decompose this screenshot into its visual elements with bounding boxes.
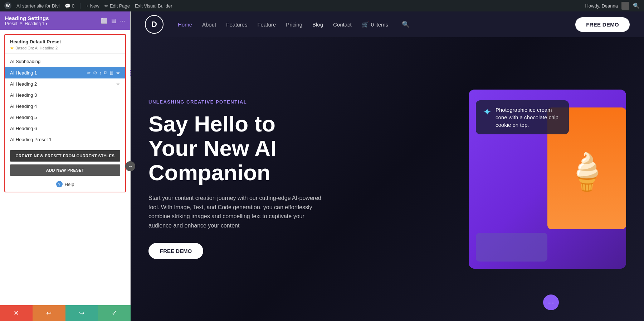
cart-icon: 🛒: [362, 21, 369, 28]
preset-item-ai-heading-6[interactable]: AI Heading 6: [5, 123, 125, 134]
tooltip-header: ✦ Photographic ice cream cone with a cho…: [483, 106, 562, 129]
admin-bar-left: W AI starter site for Divi 💬 0 | + New ✏…: [4, 2, 580, 9]
preset-item-name: AI Subheading: [10, 59, 120, 64]
help-link[interactable]: ? Help: [5, 181, 125, 187]
redo-icon: ↪: [79, 309, 84, 317]
comment-bubble-icon: 💬: [65, 3, 70, 9]
dots-icon: ···: [548, 298, 554, 307]
nav-pricing[interactable]: Pricing: [286, 21, 302, 28]
admin-bar-right: Howdy, Deanna 🔍: [585, 2, 640, 10]
search-icon[interactable]: 🔍: [402, 20, 410, 28]
exit-builder-button[interactable]: Exit Visual Builder: [135, 3, 172, 9]
site-header: D Home About Features Feature Pricing Bl…: [131, 11, 644, 37]
cancel-icon: ✕: [14, 309, 19, 317]
cart-count: 0 items: [371, 21, 388, 28]
preset-list: AI Subheading AI Heading 1 ✏ ⚙ ↑ ⧉ 🗑 ★ ⋮: [5, 54, 125, 147]
resize-handle[interactable]: ↔: [125, 161, 135, 171]
site-nav: Home About Features Feature Pricing Blog…: [178, 20, 568, 28]
undo-button[interactable]: ↩: [33, 305, 65, 321]
hero-tag: UNLEASHING CREATIVE POTENTIAL: [148, 99, 440, 105]
create-preset-button[interactable]: CREATE NEW PRESET FROM CURRENT STYLES: [10, 150, 120, 162]
preset-item-name: AI Heading Preset 1: [10, 137, 120, 142]
nav-contact[interactable]: Contact: [333, 21, 352, 28]
plus-icon: +: [86, 3, 89, 9]
save-button[interactable]: ✓: [98, 305, 131, 321]
cart-widget[interactable]: 🛒 0 items: [362, 21, 388, 28]
columns-icon[interactable]: ▤: [111, 18, 116, 24]
preset-panel-box: Heading Default Preset ★ Based On: AI He…: [4, 34, 126, 192]
panel-header-icons: ⬜ ▤ ⋯: [101, 18, 125, 24]
main-layout: Heading Settings Preset: AI Heading 1 ▾ …: [0, 11, 644, 321]
export-preset-icon[interactable]: ↑: [99, 70, 102, 76]
preset-item-name: AI Heading 5: [10, 115, 120, 120]
hero-title: Say Hello to Your New AI Companion: [148, 112, 440, 185]
save-icon: ✓: [112, 309, 117, 317]
redo-button[interactable]: ↪: [65, 305, 98, 321]
nav-features[interactable]: Features: [226, 21, 247, 28]
wordpress-icon[interactable]: W: [4, 2, 11, 9]
panel-header-left: Heading Settings Preset: AI Heading 1 ▾: [5, 15, 49, 26]
panel-header: Heading Settings Preset: AI Heading 1 ▾ …: [0, 11, 130, 30]
admin-bar: W AI starter site for Divi 💬 0 | + New ✏…: [0, 0, 644, 11]
preset-item-ai-heading-4[interactable]: AI Heading 4: [5, 101, 125, 112]
default-preset: Heading Default Preset ★ Based On: AI He…: [5, 35, 125, 54]
copy-preset-icon[interactable]: ⧉: [104, 70, 107, 76]
panel-title: Heading Settings: [5, 15, 49, 21]
new-button[interactable]: + New: [86, 3, 99, 9]
nav-about[interactable]: About: [202, 21, 216, 28]
hero-section: UNLEASHING CREATIVE POTENTIAL Say Hello …: [131, 37, 644, 321]
preset-item-name: AI Heading 2: [10, 81, 116, 87]
based-on-label: ★ Based On: AI Heading 2: [10, 45, 120, 51]
bottom-card: [476, 233, 547, 262]
hero-description: Start your content creation journey with…: [148, 193, 327, 230]
right-content: D Home About Features Feature Pricing Bl…: [131, 11, 644, 321]
preset-item-name: AI Heading 1: [10, 70, 87, 76]
preset-item-name: AI Heading 6: [10, 126, 120, 131]
ai-card: ✦ Photographic ice cream cone with a cho…: [469, 90, 626, 269]
preset-item-ai-heading-5[interactable]: AI Heading 5: [5, 112, 125, 123]
settings-preset-icon[interactable]: ⚙: [93, 70, 97, 76]
default-preset-title: Heading Default Preset: [10, 39, 120, 44]
expand-icon[interactable]: ⬜: [101, 18, 108, 24]
nav-feature[interactable]: Feature: [257, 21, 276, 28]
preset-item-actions: ✏ ⚙ ↑ ⧉ 🗑 ★: [87, 70, 121, 76]
preset-item-name: AI Heading 4: [10, 104, 120, 109]
star-preset-inactive-icon[interactable]: ★: [116, 81, 120, 87]
more-options-icon[interactable]: ⋯: [120, 18, 125, 24]
floating-action-button[interactable]: ···: [543, 294, 559, 310]
site-logo[interactable]: D: [145, 15, 164, 34]
user-avatar: [621, 2, 629, 10]
hero-cta-button[interactable]: FREE DEMO: [148, 243, 203, 259]
nav-blog[interactable]: Blog: [312, 21, 323, 28]
left-panel: Heading Settings Preset: AI Heading 1 ▾ …: [0, 11, 131, 321]
undo-icon: ↩: [46, 309, 52, 317]
search-admin-icon[interactable]: 🔍: [633, 3, 640, 9]
cancel-button[interactable]: ✕: [0, 305, 33, 321]
user-greeting: Howdy, Deanna: [585, 3, 618, 9]
site-name: AI starter site for Divi: [16, 3, 60, 9]
ice-cream-visual: 🍦: [555, 122, 619, 222]
free-demo-header-button[interactable]: FREE DEMO: [575, 17, 630, 32]
preset-item-name: AI Heading 3: [10, 92, 120, 98]
tooltip-text: Photographic ice cream cone with a choco…: [496, 106, 562, 129]
edit-preset-icon[interactable]: ✏: [87, 70, 91, 76]
add-preset-button[interactable]: ADD NEW PRESET: [10, 164, 120, 176]
chevron-down-icon: ▾: [45, 21, 48, 26]
sparkle-icon: ✦: [483, 106, 491, 118]
help-circle-icon: ?: [56, 181, 63, 187]
preset-item-ai-heading-1[interactable]: AI Heading 1 ✏ ⚙ ↑ ⧉ 🗑 ★ ⋮: [5, 67, 125, 78]
preset-item-ai-heading-preset-1[interactable]: AI Heading Preset 1: [5, 134, 125, 145]
preset-item-ai-heading-3[interactable]: AI Heading 3: [5, 90, 125, 101]
nav-home[interactable]: Home: [178, 21, 192, 28]
delete-preset-icon[interactable]: 🗑: [109, 70, 114, 76]
hero-left: UNLEASHING CREATIVE POTENTIAL Say Hello …: [131, 37, 458, 321]
edit-page-button[interactable]: ✏ Edit Page: [104, 3, 130, 9]
pencil-icon: ✏: [104, 3, 108, 9]
hero-right: ✦ Photographic ice cream cone with a cho…: [458, 37, 644, 321]
star-preset-icon[interactable]: ★: [116, 70, 120, 76]
preset-item-ai-heading-2[interactable]: AI Heading 2 ★: [5, 78, 125, 90]
comment-count: 💬 0: [65, 3, 74, 9]
preset-label[interactable]: Preset: AI Heading 1 ▾: [5, 21, 49, 26]
preset-item-ai-subheading[interactable]: AI Subheading: [5, 56, 125, 67]
star-icon: ★: [10, 45, 14, 51]
